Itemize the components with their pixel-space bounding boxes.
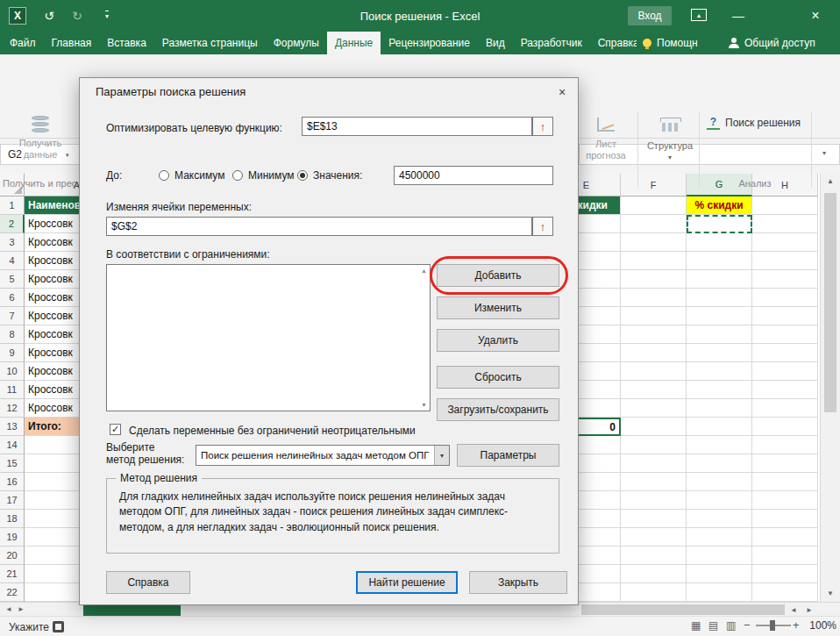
cell-H10[interactable] (752, 362, 818, 381)
row-header-12[interactable]: 12 (0, 399, 25, 418)
cell-H7[interactable] (752, 307, 818, 325)
reset-button[interactable]: Сбросить (437, 366, 559, 389)
row-header-21[interactable]: 21 (0, 565, 25, 583)
cell-F10[interactable] (621, 362, 687, 381)
cell-F3[interactable] (621, 233, 687, 252)
zoom-in-button[interactable]: + (793, 618, 800, 632)
constraints-listbox[interactable]: ▲ ▼ (106, 264, 431, 411)
cell-F6[interactable] (621, 289, 687, 307)
cell-G7[interactable] (687, 307, 752, 325)
ribbon-tab-10[interactable]: Справка (590, 32, 637, 54)
ribbon-display-options-icon[interactable]: ▴ (691, 9, 707, 21)
ribbon-tab-8[interactable]: Вид (478, 32, 513, 54)
cell-G19[interactable] (687, 528, 752, 547)
cell-F21[interactable] (621, 565, 687, 583)
cell-G4[interactable] (687, 252, 752, 270)
ribbon-tab-9[interactable]: Разработчик (513, 32, 590, 54)
cell-G16[interactable] (687, 473, 752, 491)
horizontal-scrollbar-thumb[interactable] (581, 604, 785, 615)
cell-F11[interactable] (621, 381, 687, 399)
cell-F14[interactable] (621, 436, 687, 454)
share-button[interactable]: Общий доступ (729, 32, 815, 54)
target-value-input[interactable]: 4500000 (394, 166, 553, 185)
cell-F9[interactable] (621, 344, 687, 362)
cell-H9[interactable] (752, 344, 818, 362)
row-header-11[interactable]: 11 (0, 381, 25, 399)
row-header-6[interactable]: 6 (0, 289, 25, 307)
radio-minimum[interactable]: Минимум (232, 166, 295, 185)
cell-H11[interactable] (752, 381, 818, 399)
cell-H18[interactable] (752, 510, 818, 528)
row-header-10[interactable]: 10 (0, 362, 25, 381)
zoom-out-button[interactable]: − (744, 618, 751, 632)
row-header-4[interactable]: 4 (0, 252, 25, 270)
cell-G11[interactable] (687, 381, 752, 399)
variables-range-select-icon[interactable]: ↑ (532, 217, 553, 236)
ribbon-tab-3[interactable]: Вставка (99, 32, 154, 54)
dialog-close-button[interactable]: × (552, 83, 573, 101)
col-header-F[interactable]: F (621, 174, 687, 197)
add-button[interactable]: Добавить (437, 264, 559, 287)
row-header-9[interactable]: 9 (0, 344, 25, 362)
ribbon-tab-5[interactable]: Формулы (266, 32, 327, 54)
zoom-level[interactable]: 100% (803, 619, 836, 632)
cell-G10[interactable] (687, 362, 752, 381)
cell-F22[interactable] (621, 583, 687, 602)
view-page-layout-icon[interactable]: ▤ (708, 619, 718, 632)
row-header-19[interactable]: 19 (0, 528, 25, 547)
cell-G18[interactable] (687, 510, 752, 528)
cell-F20[interactable] (621, 547, 687, 565)
variable-cells-input[interactable]: $G$2 (106, 217, 532, 236)
cell-H13[interactable] (752, 418, 818, 436)
vertical-scrollbar[interactable]: ▲ ▼ (820, 174, 840, 602)
cell-F7[interactable] (621, 307, 687, 325)
cell-H20[interactable] (752, 547, 818, 565)
row-header-5[interactable]: 5 (0, 270, 25, 289)
cell-H16[interactable] (752, 473, 818, 491)
cell-G15[interactable] (687, 454, 752, 473)
cell-H8[interactable] (752, 325, 818, 344)
cell-G13[interactable] (687, 418, 752, 436)
cell-G22[interactable] (687, 583, 752, 602)
cell-F5[interactable] (621, 270, 687, 289)
cell-G1[interactable]: % скидки (687, 197, 752, 215)
cell-H21[interactable] (752, 565, 818, 583)
forecast-sheet-button[interactable]: Лист прогноза (579, 112, 633, 161)
help-button[interactable]: Справка (106, 571, 190, 594)
hscroll-left-icon[interactable]: ◄ (790, 606, 797, 614)
status-icon[interactable] (53, 621, 64, 632)
dialog-close-button-footer[interactable]: Закрыть (469, 571, 567, 594)
objective-range-select-icon[interactable]: ↑ (532, 117, 553, 136)
solving-method-dropdown-icon[interactable]: ▾ (434, 446, 449, 465)
row-header-8[interactable]: 8 (0, 325, 25, 344)
sign-in-button[interactable]: Вход (628, 6, 672, 25)
cell-F8[interactable] (621, 325, 687, 344)
row-header-2[interactable]: 2 (0, 215, 25, 233)
cell-F16[interactable] (621, 473, 687, 491)
cell-F13[interactable] (621, 418, 687, 436)
cell-F15[interactable] (621, 454, 687, 473)
cell-F4[interactable] (621, 252, 687, 270)
excel-logo-icon[interactable]: X (9, 7, 26, 25)
cell-H14[interactable] (752, 436, 818, 454)
redo-button[interactable]: ↻ (67, 5, 88, 26)
hscroll-right-icon[interactable]: ► (806, 606, 813, 614)
cell-F1[interactable] (621, 197, 687, 215)
ribbon-tab-1[interactable]: Файл (2, 32, 44, 54)
objective-input[interactable]: $E$13 (302, 117, 532, 136)
cell-H12[interactable] (752, 399, 818, 418)
solver-ribbon-button[interactable]: ? Поиск решения (707, 114, 801, 132)
ribbon-tab-7[interactable]: Рецензирование (381, 32, 478, 54)
radio-value[interactable]: Значения: (297, 166, 362, 185)
formula-bar-expand-icon[interactable]: ▾ (822, 149, 826, 157)
row-header-1[interactable]: 1 (0, 197, 25, 215)
assistant-tab[interactable]: Помощн (643, 32, 698, 54)
solve-button[interactable]: Найти решение (356, 571, 458, 594)
cell-G21[interactable] (687, 565, 752, 583)
minimize-button[interactable]: — (728, 5, 749, 26)
cell-F19[interactable] (621, 528, 687, 547)
cell-H17[interactable] (752, 491, 818, 510)
cell-G9[interactable] (687, 344, 752, 362)
row-header-17[interactable]: 17 (0, 491, 25, 510)
row-header-3[interactable]: 3 (0, 233, 25, 252)
